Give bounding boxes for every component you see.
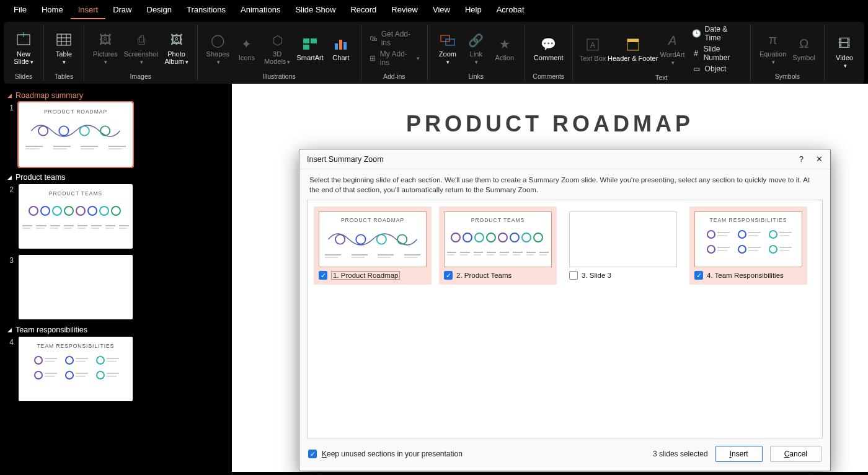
svg-rect-9 [311, 38, 317, 43]
svg-rect-43 [45, 376, 55, 377]
new-slide-button[interactable]: NewSlide▾ [10, 30, 37, 67]
ribbon-group-tables: Table▾ Tables [44, 24, 84, 81]
textbox-button[interactable]: AText Box [579, 35, 607, 63]
ribbon-group-text: AText Box Header & Footer AWordArt▾ 🕒Dat… [573, 24, 751, 81]
collapse-icon: ◢ [7, 327, 12, 333]
menu-tab-transitions[interactable]: Transitions [179, 1, 233, 19]
svg-rect-14 [441, 35, 450, 42]
video-icon: 🎞 [836, 35, 853, 53]
slide-thumbnail[interactable]: TEAM RESPONSIBILITIES [19, 337, 133, 401]
addins-icon: ⊞ [369, 54, 376, 63]
svg-rect-10 [303, 45, 309, 50]
menu-tab-acrobat[interactable]: Acrobat [489, 1, 532, 19]
3d-models-button[interactable]: ⬡3DModels▾ [262, 30, 293, 67]
insert-button[interactable]: Insert [715, 446, 763, 462]
svg-point-41 [35, 371, 42, 379]
slide-thumbnail[interactable]: PRODUCT TEAMS [19, 184, 133, 249]
pictures-button[interactable]: 🖼Pictures▾ [91, 30, 120, 67]
svg-rect-8 [303, 38, 309, 43]
menu-tab-home[interactable]: Home [34, 1, 71, 19]
smartart-button[interactable]: SmartArt [294, 34, 326, 63]
ribbon-group-images: 🖼Pictures▾ ⎙Screenshot▾ 🖼PhotoAlbum▾ Ima… [84, 24, 198, 81]
zoom-slide-item[interactable]: PRODUCT ROADMAP✓1. Product Roadmap [314, 206, 432, 285]
slidenum-button[interactable]: #Slide Number [691, 44, 744, 63]
menu-tab-animations[interactable]: Animations [233, 1, 288, 19]
chart-button[interactable]: Chart [327, 34, 355, 63]
zoom-slide-item[interactable]: TEAM RESPONSIBILITIES✓4. Team Responsibi… [689, 206, 807, 285]
datetime-button[interactable]: 🕒Date & Time [691, 24, 744, 43]
dialog-close-button[interactable]: ✕ [816, 154, 823, 164]
get-addins-button[interactable]: 🛍Get Add-ins [368, 29, 421, 48]
zoom-item-label: 3. Slide 3 [582, 272, 611, 279]
screenshot-button[interactable]: ⎙Screenshot▾ [122, 30, 161, 67]
canvas-title: PRODUCT ROADMAP [232, 111, 868, 137]
menu-tab-file[interactable]: File [6, 1, 34, 19]
menu-tab-draw[interactable]: Draw [105, 1, 139, 19]
wordart-button[interactable]: AWordArt▾ [659, 31, 686, 68]
dialog-help-button[interactable]: ? [799, 155, 804, 164]
icons-icon: ✦ [238, 35, 255, 53]
zoom-checkbox[interactable]: ✓ [694, 271, 703, 280]
zoom-thumbnail: PRODUCT ROADMAP [319, 211, 427, 267]
photo-album-button[interactable]: 🖼PhotoAlbum▾ [162, 30, 190, 67]
menu-tab-insert[interactable]: Insert [71, 1, 106, 19]
new-slide-label: NewSlide [14, 50, 30, 65]
menu-tab-design[interactable]: Design [140, 1, 179, 19]
link-button[interactable]: 🔗Link▾ [463, 30, 490, 67]
collapse-icon: ◢ [7, 92, 12, 99]
icons-button[interactable]: ✦Icons [233, 34, 260, 63]
section-header[interactable]: ◢Product teams [7, 173, 149, 182]
menu-tab-view[interactable]: View [425, 1, 458, 19]
textbox-icon: A [584, 36, 601, 53]
comment-button[interactable]: 💬Comment [531, 34, 566, 63]
table-button[interactable]: Table▾ [50, 30, 78, 67]
wordart-icon: A [664, 32, 681, 50]
zoom-checkbox[interactable] [569, 271, 578, 280]
slidenum-icon: # [693, 49, 700, 58]
svg-rect-12 [339, 40, 342, 50]
object-button[interactable]: ▭Object [691, 64, 728, 74]
text-group-label: Text [655, 74, 667, 82]
shapes-button[interactable]: ◯Shapes▾ [204, 30, 232, 67]
video-button[interactable]: 🎞Video▾ [831, 34, 858, 71]
zoom-slide-item[interactable]: 3. Slide 3 [564, 206, 682, 285]
symbol-icon: Ω [795, 35, 813, 53]
keep-sections-checkbox[interactable]: ✓ [308, 450, 317, 458]
menu-tab-help[interactable]: Help [458, 1, 489, 19]
slide-number: 3 [7, 256, 14, 265]
svg-rect-73 [717, 250, 727, 251]
svg-point-56 [475, 233, 484, 242]
svg-point-47 [97, 371, 104, 379]
section-header[interactable]: ◢Roadmap summary [7, 91, 149, 100]
svg-point-44 [66, 371, 73, 379]
action-button[interactable]: ★Action [491, 34, 518, 63]
store-icon: 🛍 [369, 34, 378, 43]
svg-point-60 [522, 233, 531, 242]
menu-tab-review[interactable]: Review [384, 1, 425, 19]
symbol-button[interactable]: ΩSymbol [790, 34, 818, 63]
object-icon: ▭ [693, 64, 701, 73]
svg-rect-42 [45, 373, 57, 374]
links-group-label: Links [469, 73, 484, 81]
menu-tab-record[interactable]: Record [343, 1, 384, 19]
zoom-slide-item[interactable]: PRODUCT TEAMS✓2. Product Teams [439, 206, 557, 285]
svg-point-61 [534, 233, 542, 242]
svg-point-26 [53, 206, 61, 215]
menu-tab-slide-show[interactable]: Slide Show [288, 1, 343, 19]
zoom-checkbox[interactable]: ✓ [319, 271, 327, 280]
svg-rect-33 [45, 358, 57, 359]
section-header[interactable]: ◢Team responsibilities [7, 326, 149, 334]
zoom-button[interactable]: Zoom▾ [434, 30, 461, 67]
my-addins-button[interactable]: ⊞My Add-ins▾ [368, 49, 421, 68]
header-footer-button[interactable]: Header & Footer [608, 35, 658, 63]
slide-thumbnail[interactable]: PRODUCT ROADMAP [19, 102, 133, 167]
ribbon-group-addins: 🛍Get Add-ins ⊞My Add-ins▾ Add-ins [361, 24, 428, 81]
svg-point-62 [707, 231, 715, 238]
svg-point-24 [29, 206, 38, 215]
svg-rect-78 [779, 247, 792, 248]
action-icon: ★ [496, 35, 513, 53]
cancel-button[interactable]: Cancel [770, 446, 822, 462]
zoom-checkbox[interactable]: ✓ [444, 271, 453, 280]
equation-button[interactable]: πEquation▾ [757, 30, 789, 67]
slide-thumbnail[interactable] [19, 255, 133, 319]
